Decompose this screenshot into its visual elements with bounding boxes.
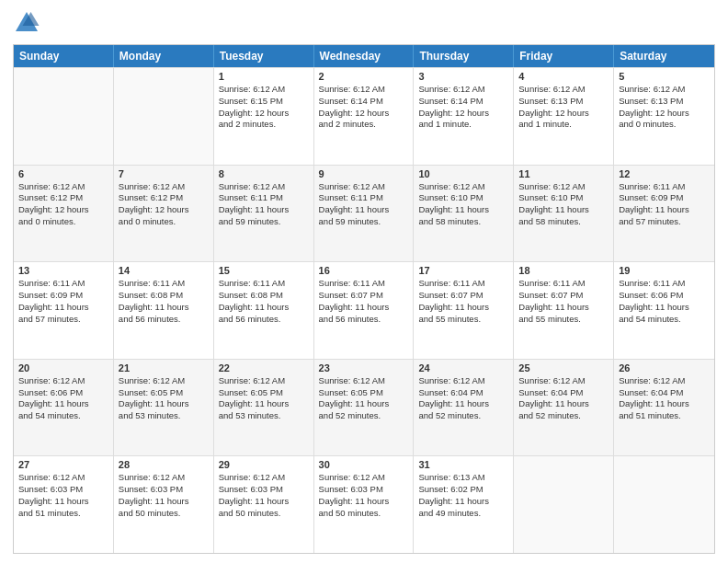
cell-info-line: Daylight: 11 hours	[319, 302, 409, 314]
cell-info-line: Sunset: 6:13 PM	[518, 96, 609, 108]
day-number: 26	[619, 362, 710, 373]
weekday-header-sunday: Sunday	[14, 45, 114, 67]
day-cell-11: 11Sunrise: 6:12 AMSunset: 6:10 PMDayligh…	[514, 166, 614, 262]
cell-info-line: Sunrise: 6:11 AM	[119, 278, 209, 290]
calendar-header: SundayMondayTuesdayWednesdayThursdayFrid…	[14, 45, 714, 67]
cell-info-line: Sunset: 6:03 PM	[319, 484, 409, 496]
cell-info-line: Sunset: 6:11 PM	[219, 192, 309, 204]
cell-info-line: Sunset: 6:07 PM	[319, 290, 409, 302]
day-number: 17	[418, 265, 508, 276]
calendar-row: 1Sunrise: 6:12 AMSunset: 6:15 PMDaylight…	[14, 67, 714, 165]
cell-info-line: Sunrise: 6:12 AM	[219, 472, 309, 484]
cell-info-line: Sunrise: 6:12 AM	[619, 375, 710, 387]
calendar-body: 1Sunrise: 6:12 AMSunset: 6:15 PMDaylight…	[14, 67, 714, 553]
day-number: 27	[18, 459, 108, 470]
day-cell-3: 3Sunrise: 6:12 AMSunset: 6:14 PMDaylight…	[414, 68, 514, 165]
weekday-header-thursday: Thursday	[414, 45, 514, 67]
cell-info-line: Sunrise: 6:12 AM	[18, 472, 108, 484]
day-cell-13: 13Sunrise: 6:11 AMSunset: 6:09 PMDayligh…	[14, 262, 114, 359]
day-cell-22: 22Sunrise: 6:12 AMSunset: 6:05 PMDayligh…	[214, 360, 314, 456]
cell-info-line: Sunrise: 6:12 AM	[119, 472, 209, 484]
cell-info-line: Sunset: 6:09 PM	[18, 290, 108, 302]
day-number: 14	[119, 265, 209, 276]
cell-info-line: Sunrise: 6:12 AM	[119, 375, 209, 387]
cell-info-line: Daylight: 11 hours	[518, 398, 609, 410]
cell-info-line: Sunset: 6:13 PM	[619, 96, 710, 108]
logo	[13, 9, 44, 37]
cell-info-line: and 0 minutes.	[619, 119, 710, 131]
weekday-header-friday: Friday	[514, 45, 614, 67]
day-number: 18	[518, 265, 609, 276]
cell-info-line: and 52 minutes.	[418, 410, 508, 422]
day-number: 2	[319, 71, 409, 82]
day-cell-5: 5Sunrise: 6:12 AMSunset: 6:13 PMDaylight…	[614, 68, 714, 165]
logo-icon	[13, 9, 40, 37]
cell-info-line: Daylight: 11 hours	[418, 302, 508, 314]
weekday-header-saturday: Saturday	[614, 45, 714, 67]
cell-info-line: Sunrise: 6:12 AM	[319, 472, 409, 484]
cell-info-line: Daylight: 12 hours	[619, 108, 710, 120]
day-number: 5	[619, 71, 710, 82]
cell-info-line: and 58 minutes.	[418, 216, 508, 228]
day-cell-16: 16Sunrise: 6:11 AMSunset: 6:07 PMDayligh…	[314, 262, 415, 359]
calendar-row: 6Sunrise: 6:12 AMSunset: 6:12 PMDaylight…	[14, 165, 714, 262]
weekday-header-monday: Monday	[114, 45, 214, 67]
cell-info-line: Sunset: 6:08 PM	[219, 290, 309, 302]
calendar: SundayMondayTuesdayWednesdayThursdayFrid…	[13, 44, 715, 554]
day-cell-30: 30Sunrise: 6:12 AMSunset: 6:03 PMDayligh…	[314, 456, 415, 553]
cell-info-line: Sunrise: 6:11 AM	[319, 278, 409, 290]
calendar-row: 27Sunrise: 6:12 AMSunset: 6:03 PMDayligh…	[14, 455, 714, 553]
day-number: 16	[319, 265, 409, 276]
cell-info-line: Sunset: 6:15 PM	[219, 96, 309, 108]
cell-info-line: Sunrise: 6:11 AM	[619, 181, 710, 193]
day-number: 29	[219, 459, 309, 470]
calendar-row: 13Sunrise: 6:11 AMSunset: 6:09 PMDayligh…	[14, 261, 714, 359]
day-number: 12	[619, 168, 710, 179]
day-cell-26: 26Sunrise: 6:12 AMSunset: 6:04 PMDayligh…	[614, 360, 714, 456]
cell-info-line: Daylight: 11 hours	[319, 398, 409, 410]
cell-info-line: Sunrise: 6:12 AM	[319, 84, 409, 96]
cell-info-line: Sunset: 6:07 PM	[418, 290, 508, 302]
cell-info-line: Sunset: 6:05 PM	[319, 387, 409, 399]
cell-info-line: and 59 minutes.	[319, 216, 409, 228]
cell-info-line: Daylight: 11 hours	[518, 302, 609, 314]
cell-info-line: Sunset: 6:03 PM	[18, 484, 108, 496]
cell-info-line: and 53 minutes.	[119, 410, 209, 422]
day-number: 3	[418, 71, 508, 82]
cell-info-line: Daylight: 11 hours	[319, 204, 409, 216]
cell-info-line: Sunset: 6:07 PM	[518, 290, 609, 302]
cell-info-line: Daylight: 12 hours	[518, 108, 609, 120]
day-cell-1: 1Sunrise: 6:12 AMSunset: 6:15 PMDaylight…	[214, 68, 314, 165]
cell-info-line: and 56 minutes.	[219, 314, 309, 326]
cell-info-line: Sunset: 6:06 PM	[619, 290, 710, 302]
day-number: 20	[18, 362, 108, 373]
cell-info-line: Daylight: 11 hours	[619, 398, 710, 410]
cell-info-line: Daylight: 11 hours	[119, 398, 209, 410]
cell-info-line: Sunrise: 6:12 AM	[619, 84, 710, 96]
day-cell-19: 19Sunrise: 6:11 AMSunset: 6:06 PMDayligh…	[614, 262, 714, 359]
day-cell-7: 7Sunrise: 6:12 AMSunset: 6:12 PMDaylight…	[114, 166, 214, 262]
cell-info-line: Sunrise: 6:12 AM	[518, 84, 609, 96]
empty-cell	[114, 68, 214, 165]
cell-info-line: Sunset: 6:06 PM	[18, 387, 108, 399]
day-number: 31	[418, 459, 508, 470]
cell-info-line: and 57 minutes.	[18, 314, 108, 326]
day-cell-15: 15Sunrise: 6:11 AMSunset: 6:08 PMDayligh…	[214, 262, 314, 359]
cell-info-line: and 55 minutes.	[418, 314, 508, 326]
cell-info-line: and 57 minutes.	[619, 216, 710, 228]
cell-info-line: and 51 minutes.	[18, 508, 108, 520]
cell-info-line: Sunrise: 6:12 AM	[219, 84, 309, 96]
day-cell-2: 2Sunrise: 6:12 AMSunset: 6:14 PMDaylight…	[314, 68, 415, 165]
cell-info-line: and 50 minutes.	[119, 508, 209, 520]
cell-info-line: Sunrise: 6:12 AM	[119, 181, 209, 193]
cell-info-line: Daylight: 11 hours	[18, 302, 108, 314]
cell-info-line: Sunset: 6:04 PM	[518, 387, 609, 399]
cell-info-line: Sunrise: 6:12 AM	[319, 181, 409, 193]
page-header	[13, 9, 715, 37]
day-cell-9: 9Sunrise: 6:12 AMSunset: 6:11 PMDaylight…	[314, 166, 415, 262]
cell-info-line: Sunrise: 6:12 AM	[319, 375, 409, 387]
day-number: 15	[219, 265, 309, 276]
cell-info-line: and 49 minutes.	[418, 508, 508, 520]
cell-info-line: Daylight: 11 hours	[319, 496, 409, 508]
cell-info-line: Daylight: 11 hours	[418, 398, 508, 410]
